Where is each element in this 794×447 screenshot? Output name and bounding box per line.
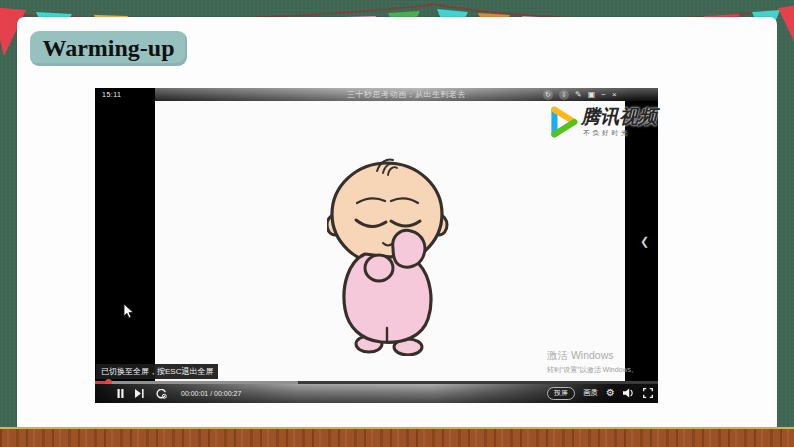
- slide-title-box: Warming-up: [30, 31, 187, 66]
- tencent-brand-name: 腾讯视频: [581, 107, 657, 126]
- slide-title: Warming-up: [42, 35, 174, 62]
- tencent-brand-tagline: 不负好时光: [583, 129, 657, 138]
- windows-watermark-line2: 转到“设置”以激活 Windows。: [547, 365, 638, 375]
- download-icon[interactable]: ⇩: [559, 90, 569, 100]
- tencent-logo: 腾讯视频 不负好时光: [545, 104, 657, 140]
- video-frame[interactable]: [155, 101, 625, 381]
- pip-icon[interactable]: ▣: [588, 91, 596, 99]
- quality-button[interactable]: 画质: [583, 388, 598, 398]
- volume-icon[interactable]: [623, 388, 635, 398]
- mouse-cursor: [123, 304, 134, 319]
- settings-icon[interactable]: ⚙: [606, 388, 615, 398]
- system-clock: 15:11: [102, 91, 122, 98]
- time-display: 00:00:01 / 00:00:27: [181, 390, 241, 397]
- windows-watermark: 激活 Windows 转到“设置”以激活 Windows。: [547, 349, 638, 375]
- minimize-icon[interactable]: −: [601, 91, 606, 99]
- baby-illustration: [327, 151, 449, 356]
- pause-button[interactable]: [117, 389, 124, 398]
- feedback-icon[interactable]: ✎: [575, 91, 582, 99]
- presentation-canvas: Warming-up 三十秒思考动画：从出生到老去 ↻ ⇩ ✎ ▣ − × 15…: [0, 0, 794, 447]
- fullscreen-toast: 已切换至全屏，按ESC退出全屏: [96, 364, 218, 379]
- refresh-icon[interactable]: ↻: [543, 90, 553, 100]
- video-player[interactable]: 三十秒思考动画：从出生到老去 ↻ ⇩ ✎ ▣ − × 15:11: [95, 88, 658, 403]
- windows-watermark-line1: 激活 Windows: [547, 349, 638, 363]
- control-bar: 00:00:01 / 00:00:27 投屏 画质 ⚙: [95, 384, 658, 403]
- video-title: 三十秒思考动画：从出生到老去: [347, 89, 466, 100]
- next-button[interactable]: [135, 389, 144, 398]
- chevron-left-icon[interactable]: ❮: [640, 235, 649, 248]
- cast-button[interactable]: 投屏: [547, 387, 575, 399]
- slide: Warming-up 三十秒思考动画：从出生到老去 ↻ ⇩ ✎ ▣ − × 15…: [17, 17, 777, 427]
- autoplay-icon[interactable]: [155, 389, 167, 399]
- desk-wood-strip: [0, 427, 794, 447]
- tencent-play-icon: [545, 104, 579, 140]
- fullscreen-icon[interactable]: [643, 388, 653, 398]
- close-icon[interactable]: ×: [612, 91, 617, 99]
- player-window-controls: ↻ ⇩ ✎ ▣ − ×: [543, 88, 617, 101]
